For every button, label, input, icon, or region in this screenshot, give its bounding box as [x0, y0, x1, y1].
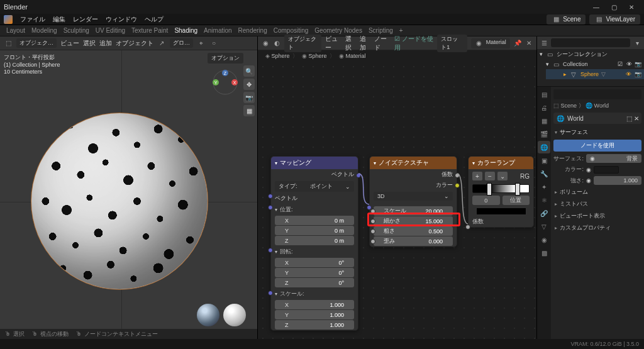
- ws-shading[interactable]: Shading: [174, 27, 197, 34]
- color-ramp-gradient[interactable]: [472, 184, 530, 193]
- vp-menu-object[interactable]: オブジェクト: [116, 39, 153, 48]
- tab-render[interactable]: ▤: [538, 88, 550, 101]
- use-nodes-button[interactable]: ノードを使用: [553, 140, 641, 152]
- perspective-icon[interactable]: ▦: [243, 105, 255, 116]
- ws-modeling[interactable]: Modeling: [31, 27, 57, 34]
- ramp-mode[interactable]: RG: [520, 173, 530, 180]
- mapping-scale-socket[interactable]: [268, 291, 273, 296]
- cursor-tool-icon[interactable]: ↗: [157, 39, 166, 48]
- noise-color-socket[interactable]: [455, 183, 460, 188]
- mapping-out-socket[interactable]: [356, 173, 361, 178]
- mapping-in-socket[interactable]: [268, 194, 273, 199]
- menu-window[interactable]: ウィンドウ: [106, 15, 137, 24]
- mapping-scale-x[interactable]: X1.000: [275, 300, 354, 309]
- scene-selector[interactable]: ▦ Scene: [547, 14, 586, 25]
- color-ramp-node[interactable]: ▾カラーランプ + − ⌄ RG 0 位置 係数: [468, 156, 534, 228]
- node-canvas[interactable]: ▾マッピング ベクトル タイプ:ポイント⌄ ベクトル 位置: X0 m Y0 m…: [258, 62, 536, 339]
- viewport-body[interactable]: フロント・平行投影 (1) Collection | Sphere 10 Cen…: [0, 50, 257, 339]
- scene-collection-row[interactable]: ▾▭シーンコレクション: [537, 49, 644, 59]
- vp-menu-view[interactable]: ビュー: [60, 39, 79, 48]
- snap-icon[interactable]: ⌖: [197, 39, 206, 48]
- editor-type-icon[interactable]: ⬚: [4, 39, 13, 48]
- strength-field[interactable]: 1.000: [594, 176, 641, 185]
- vp-menu-select[interactable]: 選択: [83, 39, 96, 48]
- menu-help[interactable]: ヘルプ: [145, 15, 164, 24]
- filter-icon[interactable]: ▾: [633, 38, 641, 47]
- tab-constraint[interactable]: 🔗: [538, 207, 550, 219]
- ramp-add-button[interactable]: +: [472, 172, 482, 180]
- noise-rough-socket[interactable]: [370, 229, 375, 234]
- mapping-scale-y[interactable]: Y1.000: [275, 310, 354, 319]
- slot-selector[interactable]: スロット1: [437, 35, 467, 52]
- tab-data[interactable]: ▽: [538, 220, 550, 233]
- ws-add[interactable]: +: [399, 27, 403, 34]
- camera-icon[interactable]: 📷: [635, 61, 641, 67]
- tab-viewlayer[interactable]: ▦: [538, 114, 550, 127]
- ws-comp[interactable]: Compositing: [274, 27, 309, 34]
- surface-panel-header[interactable]: サーフェス: [553, 126, 641, 138]
- outliner-search[interactable]: [551, 38, 630, 47]
- tab-particle[interactable]: ✦: [538, 180, 550, 193]
- window-minimize-button[interactable]: ―: [587, 1, 605, 13]
- ramp-stop-0[interactable]: [487, 183, 492, 196]
- panel-custom[interactable]: カスタムプロパティ: [553, 222, 641, 234]
- window-maximize-button[interactable]: ▢: [605, 1, 623, 13]
- move-view-icon[interactable]: ✥: [243, 79, 255, 90]
- eye-icon[interactable]: 👁: [626, 61, 632, 67]
- menu-edit[interactable]: 編集: [53, 15, 65, 24]
- material-name[interactable]: Material: [486, 39, 506, 48]
- panel-mist[interactable]: ミストパス: [553, 198, 641, 210]
- world-datablock[interactable]: 🌐World⬚ ✕: [553, 113, 641, 124]
- mapping-type-dropdown[interactable]: タイプ:ポイント⌄: [275, 181, 354, 192]
- ws-texpaint[interactable]: Texture Paint: [131, 27, 168, 34]
- tab-object[interactable]: ▣: [538, 154, 550, 167]
- window-close-button[interactable]: ✕: [623, 1, 640, 13]
- ws-anim[interactable]: Animation: [204, 27, 231, 34]
- node-editor-type-icon[interactable]: ◉: [262, 39, 269, 48]
- blender-logo-icon[interactable]: [4, 15, 13, 24]
- mapping-rot-x[interactable]: X0°: [275, 258, 354, 267]
- data-type-selector[interactable]: オブジェクト: [284, 35, 321, 52]
- ramp-index-field[interactable]: 0: [472, 196, 500, 205]
- tab-physics[interactable]: ⚛: [538, 194, 550, 206]
- sphere-row[interactable]: ▸▽Sphere▽👁📷: [546, 69, 644, 79]
- mapping-pos-y[interactable]: Y0 m: [275, 226, 354, 235]
- tab-output[interactable]: 🖨: [538, 101, 550, 114]
- viewlayer-selector[interactable]: ▤ ViewLayer: [589, 14, 640, 25]
- outliner-type-icon[interactable]: ☰: [540, 38, 548, 47]
- camera-icon[interactable]: 📷: [635, 71, 641, 77]
- menu-file[interactable]: ファイル: [20, 15, 45, 24]
- shader-type-icon[interactable]: ◐: [273, 39, 280, 48]
- surface-dropdown[interactable]: ◉背景: [586, 154, 641, 163]
- ramp-in-socket[interactable]: [465, 224, 470, 230]
- tab-modifier[interactable]: 🔧: [538, 167, 550, 180]
- mapping-rot-y[interactable]: Y0°: [275, 268, 354, 277]
- zoom-icon[interactable]: 🔍: [243, 65, 255, 77]
- ws-layout[interactable]: Layout: [6, 27, 25, 34]
- tab-material[interactable]: ◉: [538, 233, 550, 246]
- mapping-pos-x[interactable]: X0 m: [275, 216, 354, 225]
- mode-selector[interactable]: オブジェク…: [16, 38, 57, 48]
- sphere-mesh[interactable]: [31, 113, 208, 289]
- panel-viewport[interactable]: ビューポート表示: [553, 210, 641, 222]
- pin-icon[interactable]: 📌: [514, 39, 521, 48]
- ramp-stop-1[interactable]: [515, 183, 520, 196]
- orientation-selector[interactable]: グロ…: [170, 38, 193, 48]
- ws-script[interactable]: Scripting: [369, 27, 393, 34]
- ne-menu-node[interactable]: ノード: [374, 35, 391, 52]
- material-preview-icon[interactable]: [223, 304, 246, 326]
- mapping-node[interactable]: ▾マッピング ベクトル タイプ:ポイント⌄ ベクトル 位置: X0 m Y0 m…: [270, 156, 358, 331]
- ramp-remove-button[interactable]: −: [485, 172, 495, 180]
- ws-geo[interactable]: Geometry Nodes: [314, 27, 362, 34]
- mapping-scale-z[interactable]: Z1.000: [275, 320, 354, 330]
- noise-distort-field[interactable]: 歪み0.000: [374, 236, 453, 246]
- options-dropdown[interactable]: オプション: [208, 53, 243, 64]
- nav-gizmo[interactable]: Z X Y: [212, 69, 238, 96]
- ws-sculpting[interactable]: Sculpting: [64, 27, 89, 34]
- menu-render[interactable]: レンダー: [73, 15, 98, 24]
- ramp-color-swatch[interactable]: [476, 208, 526, 215]
- mapping-rot-socket[interactable]: [268, 248, 273, 253]
- ramp-pos-field[interactable]: 位置: [502, 196, 530, 205]
- color-swatch[interactable]: [594, 166, 619, 174]
- tab-scene[interactable]: 🎬: [538, 128, 550, 140]
